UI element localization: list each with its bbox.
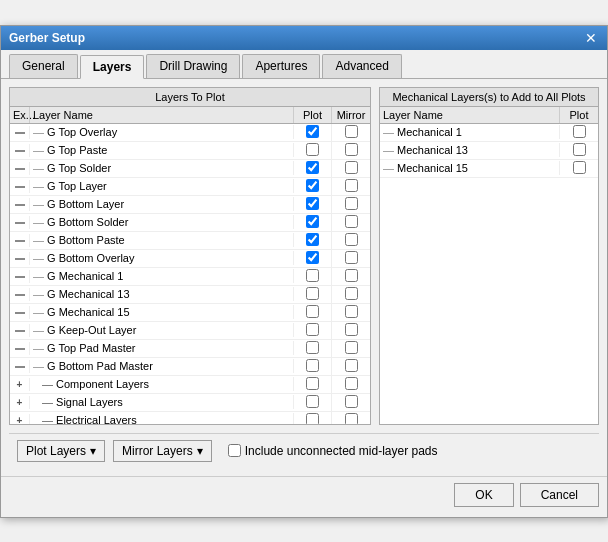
mirror-checkbox-cell [332, 160, 370, 177]
mirror-checkbox[interactable] [345, 125, 358, 138]
mirror-layers-label: Mirror Layers [122, 444, 193, 458]
left-table-row: ― G Top Pad Master [10, 340, 370, 358]
mechanical-plot-checkbox[interactable] [573, 161, 586, 174]
left-table-header: Ex... Layer Name Plot Mirror [10, 107, 370, 124]
mirror-checkbox[interactable] [345, 377, 358, 390]
mirror-checkbox[interactable] [345, 305, 358, 318]
dash-icon [10, 234, 30, 247]
layer-name-cell: ― G Bottom Solder [30, 215, 294, 229]
dash-icon [10, 342, 30, 355]
layer-name-cell: ― G Mechanical 13 [30, 287, 294, 301]
plot-checkbox[interactable] [306, 143, 319, 156]
mechanical-plot-checkbox[interactable] [573, 125, 586, 138]
tab-advanced[interactable]: Advanced [322, 54, 401, 78]
mechanical-plot-checkbox-cell [560, 142, 598, 159]
left-table-row: ― G Top Paste [10, 142, 370, 160]
mechanical-layers-panel: Mechanical Layers(s) to Add to All Plots… [379, 87, 599, 425]
plot-layers-label: Plot Layers [26, 444, 86, 458]
expand-icon[interactable]: + [10, 378, 30, 391]
mechanical-layer-name-cell: ― Mechanical 1 [380, 125, 560, 139]
layer-name-cell: ― Electrical Layers [30, 413, 294, 424]
plot-checkbox[interactable] [306, 197, 319, 210]
plot-checkbox-cell [294, 268, 332, 285]
mirror-layers-button[interactable]: Mirror Layers ▾ [113, 440, 212, 462]
expand-icon[interactable]: + [10, 396, 30, 409]
dash-icon [10, 180, 30, 193]
cancel-button[interactable]: Cancel [520, 483, 599, 507]
dash-icon [10, 360, 30, 373]
mirror-checkbox[interactable] [345, 215, 358, 228]
left-table-row: +― Electrical Layers [10, 412, 370, 424]
plot-col-header: Plot [294, 107, 332, 123]
mirror-checkbox[interactable] [345, 359, 358, 372]
include-unconnected-label[interactable]: Include unconnected mid-layer pads [228, 444, 438, 458]
window-title: Gerber Setup [9, 31, 85, 45]
plot-checkbox[interactable] [306, 341, 319, 354]
mirror-checkbox[interactable] [345, 251, 358, 264]
mirror-checkbox[interactable] [345, 395, 358, 408]
mirror-checkbox-cell [332, 268, 370, 285]
dash-icon [10, 324, 30, 337]
plot-checkbox[interactable] [306, 179, 319, 192]
include-unconnected-checkbox[interactable] [228, 444, 241, 457]
expand-icon[interactable]: + [10, 414, 30, 424]
tab-layers[interactable]: Layers [80, 55, 145, 79]
ok-button[interactable]: OK [454, 483, 513, 507]
left-table-row: +― Signal Layers [10, 394, 370, 412]
plot-checkbox-cell [294, 142, 332, 159]
left-table-row: +― Component Layers [10, 376, 370, 394]
mechanical-plot-checkbox[interactable] [573, 143, 586, 156]
right-table-row: ― Mechanical 1 [380, 124, 598, 142]
layer-name-cell: ― G Bottom Layer [30, 197, 294, 211]
layer-name-cell: ― G Top Pad Master [30, 341, 294, 355]
left-table-row: ― G Top Solder [10, 160, 370, 178]
include-unconnected-text: Include unconnected mid-layer pads [245, 444, 438, 458]
tab-bar: General Layers Drill Drawing Apertures A… [1, 50, 607, 79]
mirror-checkbox[interactable] [345, 269, 358, 282]
right-panel-title: Mechanical Layers(s) to Add to All Plots [380, 88, 598, 107]
plot-checkbox[interactable] [306, 269, 319, 282]
mirror-checkbox[interactable] [345, 413, 358, 424]
plot-checkbox[interactable] [306, 305, 319, 318]
plot-checkbox[interactable] [306, 377, 319, 390]
mechanical-plot-checkbox-cell [560, 160, 598, 177]
plot-checkbox[interactable] [306, 125, 319, 138]
plot-checkbox-cell [294, 160, 332, 177]
left-table-row: ― G Bottom Pad Master [10, 358, 370, 376]
plot-checkbox[interactable] [306, 287, 319, 300]
right-table-body: ― Mechanical 1― Mechanical 13― Mechanica… [380, 124, 598, 178]
mirror-checkbox[interactable] [345, 323, 358, 336]
mirror-checkbox[interactable] [345, 143, 358, 156]
plot-checkbox[interactable] [306, 395, 319, 408]
left-table-row: ― G Bottom Solder [10, 214, 370, 232]
mirror-checkbox[interactable] [345, 179, 358, 192]
tab-drill-drawing[interactable]: Drill Drawing [146, 54, 240, 78]
mirror-checkbox[interactable] [345, 161, 358, 174]
plot-checkbox[interactable] [306, 215, 319, 228]
plot-layers-button[interactable]: Plot Layers ▾ [17, 440, 105, 462]
mirror-checkbox-cell [332, 142, 370, 159]
plot-checkbox[interactable] [306, 161, 319, 174]
left-table-row: ― G Top Layer [10, 178, 370, 196]
plot-checkbox[interactable] [306, 359, 319, 372]
mirror-checkbox[interactable] [345, 287, 358, 300]
plot-checkbox[interactable] [306, 251, 319, 264]
plot-checkbox-cell [294, 304, 332, 321]
left-table-body: ― G Top Overlay― G Top Paste― G Top Sold… [10, 124, 370, 424]
close-button[interactable]: ✕ [583, 30, 599, 46]
plot-checkbox-cell [294, 340, 332, 357]
ex-col-header: Ex... [10, 107, 30, 123]
plot-checkbox[interactable] [306, 413, 319, 424]
layer-name-cell: ― G Bottom Overlay [30, 251, 294, 265]
tab-general[interactable]: General [9, 54, 78, 78]
mirror-checkbox[interactable] [345, 197, 358, 210]
mirror-checkbox[interactable] [345, 233, 358, 246]
tab-apertures[interactable]: Apertures [242, 54, 320, 78]
left-table-row: ― G Bottom Paste [10, 232, 370, 250]
dash-icon [10, 162, 30, 175]
title-bar: Gerber Setup ✕ [1, 26, 607, 50]
dash-icon [10, 216, 30, 229]
plot-checkbox[interactable] [306, 233, 319, 246]
plot-checkbox[interactable] [306, 323, 319, 336]
mirror-checkbox[interactable] [345, 341, 358, 354]
